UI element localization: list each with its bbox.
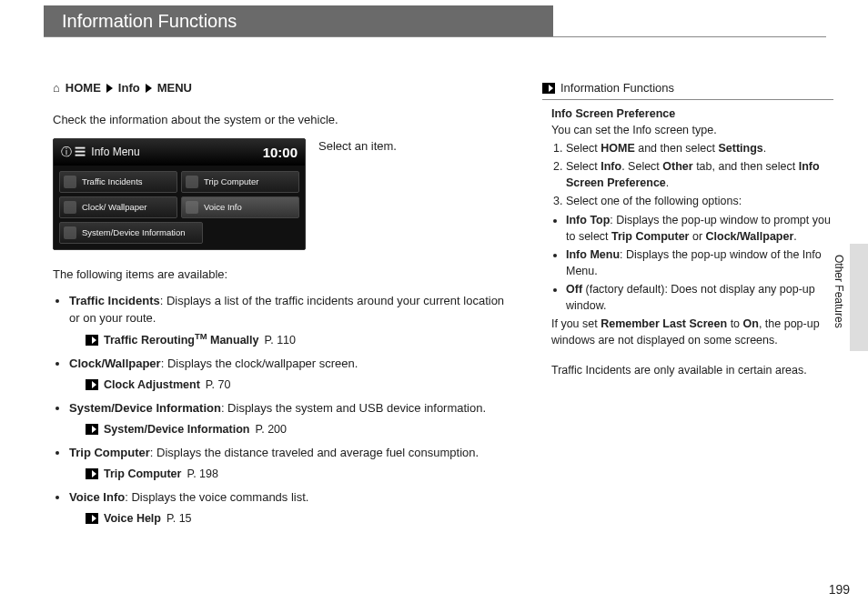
xref-trip: Trip Computer P. 198 [86, 466, 517, 482]
pref-intro: You can set the Info screen type. [551, 122, 833, 138]
sidebar-header-text: Information Functions [560, 80, 674, 97]
xref-sysdev: System/Device Information P. 200 [86, 421, 517, 437]
home-icon: ⌂ [53, 80, 60, 97]
link-icon [86, 468, 98, 479]
pref-title: Info Screen Preference [551, 107, 675, 120]
feature-traffic: Traffic Incidents: Displays a list of th… [69, 293, 517, 348]
link-icon [86, 335, 98, 346]
main-column: ⌂ HOME Info MENU Check the information a… [53, 80, 517, 534]
link-icon [86, 513, 98, 524]
sidebar-column: Information Functions Info Screen Prefer… [542, 80, 833, 534]
mic-icon [186, 201, 198, 214]
link-icon [86, 379, 98, 390]
title-rule [44, 36, 826, 37]
device-header: ⓘ ☰ Info Menu 10:00 [54, 139, 305, 166]
step-2: Select Info. Select Other tab, and then … [566, 158, 833, 191]
note-remember: If you set Remember Last Screen to On, t… [551, 316, 833, 348]
pref-steps: Select HOME and then select Settings. Se… [551, 140, 833, 210]
xref-traffic: Traffic ReroutingTM Manually P. 110 [86, 331, 517, 348]
breadcrumb-info: Info [118, 80, 140, 97]
breadcrumb-menu: MENU [157, 80, 192, 97]
select-item-text: Select an item. [318, 138, 397, 251]
page-number: 199 [829, 580, 850, 598]
breadcrumb: ⌂ HOME Info MENU [53, 80, 517, 97]
feature-sysdev: System/Device Information: Displays the … [69, 400, 517, 437]
page-title-text: Information Functions [62, 8, 237, 35]
note-traffic: Traffic Incidents are only available in … [551, 362, 833, 378]
sidebar-header: Information Functions [542, 80, 833, 100]
xref-clock: Clock Adjustment P. 70 [86, 377, 517, 393]
step-3: Select one of the following options: [566, 193, 833, 209]
chevron-right-icon [146, 84, 152, 93]
feature-clockwp: Clock/Wallpaper: Displays the clock/wall… [69, 356, 517, 393]
intro-text: Check the information about the system o… [53, 112, 517, 129]
link-icon [86, 424, 98, 435]
feature-trip: Trip Computer: Displays the distance tra… [69, 445, 517, 482]
device-btn-sysdev: System/Device Information [59, 222, 203, 244]
device-btn-traffic: Traffic Incidents [59, 171, 177, 193]
device-btn-clock: Clock/ Wallpaper [59, 196, 177, 218]
gear-icon [64, 226, 76, 239]
device-title: Info Menu [91, 145, 139, 160]
xref-voice: Voice Help P. 15 [86, 510, 517, 527]
chevron-right-icon [106, 84, 113, 93]
section-tab [850, 244, 868, 351]
fuel-icon [186, 176, 198, 188]
device-grid: Traffic Incidents Trip Computer Clock/ W… [54, 166, 305, 249]
step-1: Select HOME and then select Settings. [566, 140, 833, 156]
opt-info-top: Info Top: Displays the pop-up window to … [566, 212, 833, 245]
section-label: Other Features [831, 255, 846, 328]
feature-list: Traffic Incidents: Displays a list of th… [53, 293, 517, 527]
breadcrumb-home: HOME [66, 80, 101, 97]
clock-icon [64, 201, 76, 214]
link-icon [542, 83, 555, 94]
device-screenshot: ⓘ ☰ Info Menu 10:00 Traffic Incidents Tr… [53, 138, 306, 251]
device-btn-voice: Voice Info [181, 196, 299, 218]
car-icon [64, 176, 76, 188]
opt-info-menu: Info Menu: Displays the pop-up window of… [566, 246, 833, 279]
feature-voice: Voice Info: Displays the voice commands … [69, 489, 517, 527]
opt-off: Off (factory default): Does not display … [566, 281, 833, 314]
items-intro: The following items are available: [53, 266, 517, 284]
sidebar-body: Info Screen Preference You can set the I… [542, 106, 833, 378]
page-title: Information Functions [44, 5, 553, 36]
info-icon: ⓘ ☰ [61, 145, 86, 160]
device-clock: 10:00 [263, 143, 298, 163]
device-btn-trip: Trip Computer [181, 171, 299, 193]
pref-options: Info Top: Displays the pop-up window to … [551, 212, 833, 315]
